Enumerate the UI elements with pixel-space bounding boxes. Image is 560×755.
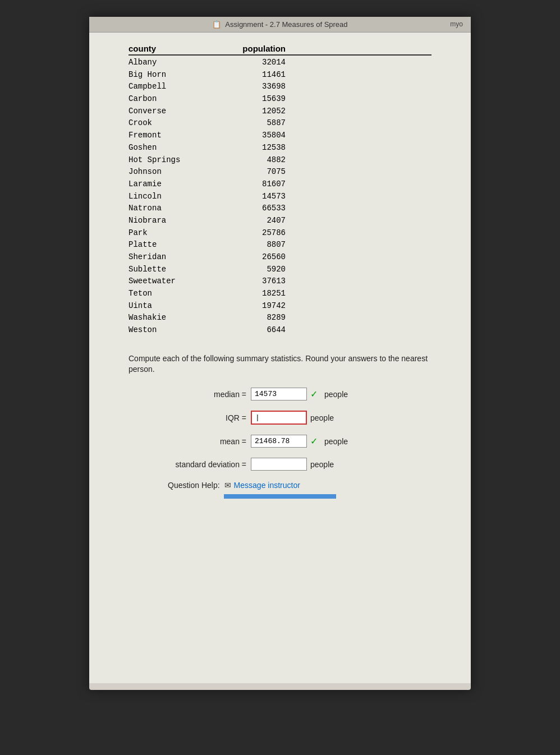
table-header: county population (128, 44, 432, 56)
population-cell: 4882 (218, 154, 286, 167)
county-cell: Washakie (128, 312, 218, 324)
iqr-row: IQR = people (128, 411, 432, 425)
table-row: Big Horn11461 (128, 69, 432, 81)
table-row: Campbell33698 (128, 81, 432, 93)
title-bar: 📋 Assignment - 2.7 Measures of Spread my… (89, 17, 471, 33)
population-cell: 25786 (218, 227, 286, 240)
population-cell: 15639 (218, 93, 286, 105)
table-row: Lincoln14573 (128, 191, 432, 203)
table-row: Converse12052 (128, 105, 432, 118)
table-row: Teton18251 (128, 288, 432, 300)
median-row: median = ✓ people (128, 388, 432, 400)
table-row: Hot Springs4882 (128, 154, 432, 167)
population-cell: 33698 (218, 81, 286, 93)
table-row: Goshen12538 (128, 142, 432, 154)
population-cell: 7075 (218, 166, 286, 178)
table-row: Washakie8289 (128, 312, 432, 324)
county-cell: Sweetwater (128, 275, 218, 288)
median-label: median = (162, 390, 246, 399)
stddev-input[interactable] (251, 458, 307, 471)
county-cell: Sheridan (128, 251, 218, 264)
message-instructor-link[interactable]: Message instructor (234, 481, 300, 490)
assignment-icon: 📋 (212, 20, 221, 29)
mean-unit: people (324, 437, 348, 446)
main-content: county population Albany32014Big Horn114… (89, 33, 471, 683)
county-cell: Fremont (128, 130, 218, 142)
stddev-label: standard deviation = (162, 460, 246, 469)
county-cell: Big Horn (128, 69, 218, 81)
table-row: Johnson7075 (128, 166, 432, 178)
population-cell: 12538 (218, 142, 286, 154)
county-cell: Carbon (128, 93, 218, 105)
table-row: Fremont35804 (128, 130, 432, 142)
population-header: population (218, 44, 286, 53)
county-cell: Hot Springs (128, 154, 218, 167)
county-cell: Sublette (128, 264, 218, 276)
county-cell: Niobrara (128, 215, 218, 227)
county-cell: Laramie (128, 178, 218, 191)
table-row: Sublette5920 (128, 264, 432, 276)
mean-label: mean = (162, 437, 246, 446)
population-cell: 14573 (218, 191, 286, 203)
population-cell: 19742 (218, 300, 286, 312)
county-cell: Campbell (128, 81, 218, 93)
mean-row: mean = ✓ people (128, 435, 432, 448)
population-cell: 35804 (218, 130, 286, 142)
stddev-row: standard deviation = people (128, 458, 432, 471)
stats-section: median = ✓ people IQR = people mean = ✓ … (128, 388, 432, 471)
table-row: Crook5887 (128, 117, 432, 130)
table-row: Natrona66533 (128, 202, 432, 215)
county-header: county (128, 44, 218, 53)
population-cell: 8807 (218, 239, 286, 251)
table-row: Albany32014 (128, 57, 432, 69)
population-cell: 6644 (218, 324, 286, 337)
myo-badge: myo (450, 20, 463, 28)
question-help-label: Question Help: (168, 481, 220, 490)
population-cell: 5887 (218, 117, 286, 130)
iqr-label: IQR = (162, 413, 246, 422)
screen: 📋 Assignment - 2.7 Measures of Spread my… (89, 17, 471, 690)
table-row: Sheridan26560 (128, 251, 432, 264)
population-cell: 32014 (218, 57, 286, 69)
county-cell: Crook (128, 117, 218, 130)
table-row: Platte8807 (128, 239, 432, 251)
message-icon: ✉ (224, 481, 231, 490)
population-cell: 81607 (218, 178, 286, 191)
mean-input[interactable] (251, 435, 307, 448)
table-row: Park25786 (128, 227, 432, 240)
median-checkmark: ✓ (310, 389, 318, 399)
title-text: Assignment - 2.7 Measures of Spread (225, 20, 347, 29)
county-cell: Park (128, 227, 218, 240)
median-input[interactable] (251, 388, 307, 400)
table-body: Albany32014Big Horn11461Campbell33698Car… (128, 57, 432, 337)
population-cell: 8289 (218, 312, 286, 324)
population-cell: 66533 (218, 202, 286, 215)
population-cell: 37613 (218, 275, 286, 288)
table-row: Niobrara2407 (128, 215, 432, 227)
table-row: Carbon15639 (128, 93, 432, 105)
data-table: county population Albany32014Big Horn114… (128, 44, 432, 337)
table-row: Sweetwater37613 (128, 275, 432, 288)
county-cell: Converse (128, 105, 218, 118)
population-cell: 5920 (218, 264, 286, 276)
population-cell: 18251 (218, 288, 286, 300)
table-row: Laramie81607 (128, 178, 432, 191)
bottom-bar (224, 494, 336, 499)
population-cell: 12052 (218, 105, 286, 118)
median-unit: people (324, 390, 348, 399)
instructions: Compute each of the following summary st… (128, 353, 432, 375)
table-row: Uinta19742 (128, 300, 432, 312)
county-cell: Platte (128, 239, 218, 251)
population-cell: 2407 (218, 215, 286, 227)
population-cell: 26560 (218, 251, 286, 264)
county-cell: Goshen (128, 142, 218, 154)
county-cell: Lincoln (128, 191, 218, 203)
population-cell: 11461 (218, 69, 286, 81)
mean-checkmark: ✓ (310, 436, 318, 446)
county-cell: Johnson (128, 166, 218, 178)
iqr-input[interactable] (251, 411, 307, 425)
county-cell: Uinta (128, 300, 218, 312)
county-cell: Albany (128, 57, 218, 69)
stddev-unit: people (310, 460, 334, 469)
iqr-unit: people (310, 413, 334, 422)
